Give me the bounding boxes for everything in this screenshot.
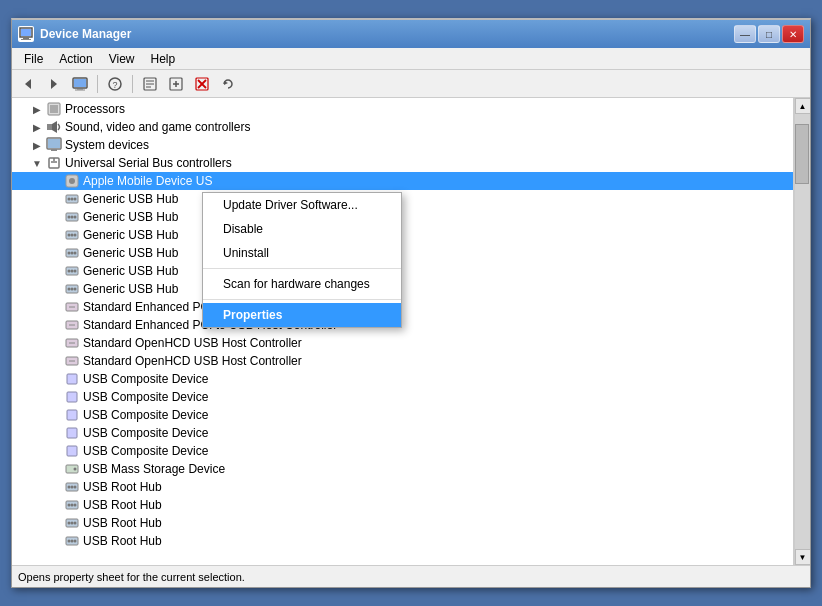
list-item[interactable]: USB Root Hub: [12, 514, 793, 532]
back-button[interactable]: [16, 73, 40, 95]
list-item[interactable]: ▶ Sound, video and game controllers: [12, 118, 793, 136]
usb-root-hub-icon: [64, 515, 80, 531]
svg-point-38: [71, 198, 74, 201]
list-item[interactable]: USB Composite Device: [12, 388, 793, 406]
vertical-scrollbar[interactable]: ▲ ▼: [794, 98, 810, 565]
svg-rect-8: [77, 88, 83, 90]
context-properties[interactable]: Properties: [203, 303, 401, 327]
tree-item-label: Generic USB Hub: [83, 192, 178, 206]
scroll-down-button[interactable]: ▼: [795, 549, 811, 565]
cpu-icon: [46, 101, 62, 117]
svg-text:?: ?: [112, 80, 117, 90]
new-button[interactable]: [164, 73, 188, 95]
usb-controller-icon: [46, 155, 62, 171]
svg-point-50: [71, 252, 74, 255]
list-item[interactable]: USB Composite Device: [12, 424, 793, 442]
list-item[interactable]: USB Root Hub: [12, 496, 793, 514]
list-item[interactable]: Generic USB Hub: [12, 208, 793, 226]
context-scan-hardware[interactable]: Scan for hardware changes: [203, 272, 401, 296]
list-item[interactable]: Generic USB Hub: [12, 244, 793, 262]
usb-hub-icon: [64, 191, 80, 207]
svg-point-57: [68, 288, 71, 291]
expand-icon: [48, 354, 62, 368]
expand-icon[interactable]: ▶: [30, 138, 44, 152]
list-item[interactable]: ▼ Universal Serial Bus controllers: [12, 154, 793, 172]
list-item[interactable]: ▶ Processors: [12, 100, 793, 118]
list-item[interactable]: Generic USB Hub: [12, 280, 793, 298]
list-item[interactable]: ▶ System devices: [12, 136, 793, 154]
expand-icon[interactable]: ▶: [30, 120, 44, 134]
device-tree[interactable]: ▶ Processors ▶ Sound, video and game con…: [12, 98, 794, 565]
list-item[interactable]: USB Composite Device: [12, 370, 793, 388]
properties-button[interactable]: [138, 73, 162, 95]
usb-composite-icon: [64, 371, 80, 387]
list-item[interactable]: Generic USB Hub: [12, 226, 793, 244]
svg-point-85: [71, 522, 74, 525]
svg-point-74: [74, 468, 77, 471]
list-item[interactable]: Standard Enhanced PCI to USB Host Contro…: [12, 298, 793, 316]
maximize-button[interactable]: □: [758, 25, 780, 43]
svg-rect-71: [67, 428, 77, 438]
toolbar: ?: [12, 70, 810, 98]
refresh-button[interactable]: [216, 73, 240, 95]
list-item[interactable]: Standard OpenHCD USB Host Controller: [12, 334, 793, 352]
list-item[interactable]: Standard OpenHCD USB Host Controller: [12, 352, 793, 370]
tree-item-label: USB Composite Device: [83, 372, 208, 386]
svg-rect-3: [21, 39, 31, 40]
tree-item-label: USB Composite Device: [83, 444, 208, 458]
expand-icon[interactable]: ▼: [30, 156, 44, 170]
delete-button[interactable]: [190, 73, 214, 95]
svg-point-80: [68, 504, 71, 507]
list-item[interactable]: USB Root Hub: [12, 478, 793, 496]
usb-composite-icon: [64, 443, 80, 459]
scroll-up-button[interactable]: ▲: [795, 98, 811, 114]
scrollbar-thumb[interactable]: [795, 124, 809, 184]
menu-file[interactable]: File: [16, 50, 51, 68]
svg-point-39: [74, 198, 77, 201]
minimize-button[interactable]: —: [734, 25, 756, 43]
menu-action[interactable]: Action: [51, 50, 100, 68]
help-button[interactable]: ?: [103, 73, 127, 95]
svg-rect-25: [47, 124, 52, 130]
context-update-driver[interactable]: Update Driver Software...: [203, 193, 401, 217]
list-item[interactable]: Standard Enhanced PCI to USB Host Contro…: [12, 316, 793, 334]
tree-item-label: Generic USB Hub: [83, 264, 178, 278]
list-item[interactable]: Generic USB Hub: [12, 190, 793, 208]
forward-button[interactable]: [42, 73, 66, 95]
tree-item-label: Sound, video and game controllers: [65, 120, 250, 134]
list-item[interactable]: Apple Mobile Device US: [12, 172, 793, 190]
computer-icon-btn[interactable]: [68, 73, 92, 95]
svg-rect-24: [50, 105, 58, 113]
context-disable[interactable]: Disable: [203, 217, 401, 241]
tree-item-label: USB Composite Device: [83, 390, 208, 404]
list-item[interactable]: USB Root Hub: [12, 532, 793, 550]
scrollbar-track[interactable]: [795, 114, 810, 549]
usb-composite-icon: [64, 407, 80, 423]
list-item[interactable]: USB Composite Device: [12, 442, 793, 460]
pci-controller-icon: [64, 299, 80, 315]
tree-item-label: System devices: [65, 138, 149, 152]
svg-point-82: [74, 504, 77, 507]
menu-help[interactable]: Help: [143, 50, 184, 68]
status-bar: Opens property sheet for the current sel…: [12, 565, 810, 587]
svg-rect-1: [21, 29, 31, 36]
tree-item-label: Standard OpenHCD USB Host Controller: [83, 336, 302, 350]
svg-point-46: [71, 234, 74, 237]
close-button[interactable]: ✕: [782, 25, 804, 43]
svg-point-42: [71, 216, 74, 219]
context-uninstall[interactable]: Uninstall: [203, 241, 401, 265]
tree-item-label: USB Composite Device: [83, 426, 208, 440]
expand-icon: [48, 300, 62, 314]
list-item[interactable]: USB Mass Storage Device: [12, 460, 793, 478]
list-item[interactable]: Generic USB Hub: [12, 262, 793, 280]
expand-icon: [48, 192, 62, 206]
list-item[interactable]: USB Composite Device: [12, 406, 793, 424]
status-text: Opens property sheet for the current sel…: [18, 571, 245, 583]
menu-view[interactable]: View: [101, 50, 143, 68]
context-separator-1: [203, 268, 401, 269]
usb-hub-icon: [64, 281, 80, 297]
svg-point-49: [68, 252, 71, 255]
expand-icon[interactable]: ▶: [30, 102, 44, 116]
expand-icon: [48, 264, 62, 278]
svg-point-88: [68, 540, 71, 543]
